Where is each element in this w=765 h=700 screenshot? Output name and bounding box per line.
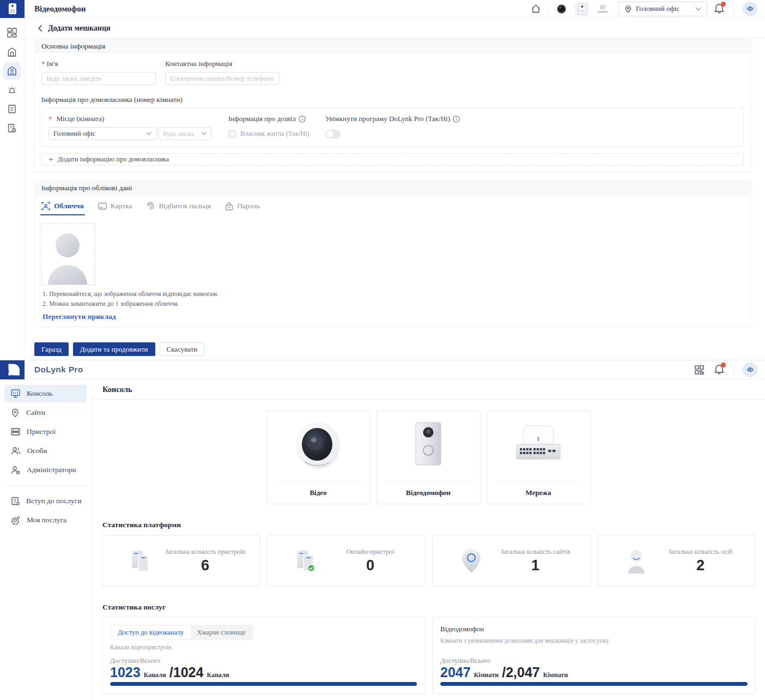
rail-records-icon[interactable] <box>3 100 21 118</box>
service-card-network[interactable]: Мережа <box>487 411 591 504</box>
owner-section-title: Інформація про домовласника (номер кімна… <box>35 92 750 107</box>
notification-dot <box>721 2 726 7</box>
console-page-title: Консоль <box>92 380 765 400</box>
add-continue-button[interactable]: Додати та продовжити <box>73 342 155 356</box>
service-stats-title: Статистика послуг <box>102 603 765 612</box>
site-selector[interactable]: Головний офіс <box>618 2 707 16</box>
sidebar-item-people[interactable]: Особи <box>4 442 87 460</box>
credentials-title: Інформація про облікові дані <box>35 182 750 195</box>
persons-icon <box>624 547 649 575</box>
place-select[interactable]: Головний офіс <box>48 127 156 140</box>
notifications-bell-icon[interactable] <box>714 3 725 15</box>
intercom-logo <box>0 0 25 18</box>
total-count: /2,047 <box>502 665 540 680</box>
doorbell-logo-icon <box>8 3 17 15</box>
room-select[interactable]: Будь ласка, ... <box>158 127 211 140</box>
avatar-placeholder <box>46 230 92 285</box>
basic-info-card: Основна інформація *Ім'я Контактна інфор… <box>34 39 751 173</box>
sidebar-item-devices[interactable]: Пристрої <box>4 423 87 440</box>
home-icon[interactable] <box>525 2 546 16</box>
owner-checkbox[interactable] <box>228 130 236 138</box>
platform-stats-title: Статистика платформи <box>102 521 765 529</box>
chevron-down-icon <box>201 132 207 135</box>
fingerprint-icon <box>146 202 155 210</box>
stat-value: 1 <box>531 557 539 574</box>
permission-label: Інформація про дозвіл <box>228 114 325 123</box>
video-stat-subtitle: Канали відеопристроїв <box>110 644 417 650</box>
cancel-button[interactable]: Скасувати <box>160 342 205 356</box>
back-icon[interactable] <box>38 25 42 32</box>
stat-label: Загальна кількість осіб <box>669 548 733 556</box>
sidebar-item-admins[interactable]: Адміністратори <box>4 461 87 479</box>
video-service-stat-card: Доступ до відеоканалу Хмарне сховище Кан… <box>102 617 426 694</box>
stat-label: Загальна кількість сайтів <box>500 548 570 556</box>
service-card-label: Мережа <box>497 481 580 504</box>
ratio-label: Доступно/Всього <box>440 657 490 665</box>
plus-icon: + <box>48 155 53 164</box>
tab-card[interactable]: Картка <box>98 202 132 215</box>
service-card-intercom[interactable]: Відеодомофон <box>377 411 481 504</box>
tab-face[interactable]: Обличчя <box>41 202 84 215</box>
app-toggle[interactable] <box>325 130 341 138</box>
rail-building-icon[interactable] <box>3 43 21 61</box>
dolynk-app: DoLynk Pro Ф Консоль Сайти <box>0 360 765 700</box>
chevron-down-icon <box>695 7 701 11</box>
add-owner-info-button[interactable]: + Додати інформацію про домовласника <box>41 153 744 166</box>
intercom-service-stat-card: Відеодомофон Кімнати з увімкненими дозво… <box>432 617 756 694</box>
sidebar-item-my-service[interactable]: Моя послуга <box>4 511 87 529</box>
rail-settings-icon[interactable] <box>3 119 21 137</box>
tab-password[interactable]: Пароль <box>225 202 260 215</box>
page-title: Додати мешканця <box>48 24 111 33</box>
rail-residents-icon[interactable] <box>3 62 21 80</box>
rail-alarm-icon[interactable] <box>3 81 21 99</box>
owner-checkbox-label: Власник житла (Так/Ні) <box>240 130 309 138</box>
sidebar-item-sites[interactable]: Сайти <box>4 404 87 421</box>
qr-code-icon[interactable] <box>689 363 709 377</box>
ok-button[interactable]: Гаразд <box>34 342 69 356</box>
stat-card-devices: Загальна кількість пристроїв 6 <box>102 535 260 587</box>
user-avatar[interactable]: Ф <box>743 2 757 16</box>
rail-dashboard-icon[interactable] <box>3 24 21 41</box>
stat-value: 6 <box>201 557 209 574</box>
notifications-bell-icon[interactable] <box>714 364 725 376</box>
online-devices-icon <box>294 547 319 575</box>
info-icon <box>453 116 460 123</box>
available-unit: Канали <box>144 671 166 679</box>
face-upload-box[interactable] <box>41 223 95 285</box>
total-unit: Кімнати <box>543 671 568 679</box>
service-card-label: Відеодомофон <box>387 481 470 504</box>
available-count: 2047 <box>440 665 471 680</box>
service-card-label: Відео <box>277 481 360 504</box>
intercom-stat-title: Відеодомофон <box>440 625 748 633</box>
tab-video-channel-access[interactable]: Доступ до відеоканалу <box>111 626 191 639</box>
admin-icon <box>11 466 20 474</box>
intercom-app: Відеодомофон Головний офіс <box>0 0 765 360</box>
app-title: Відеодомофон <box>34 4 86 14</box>
dolynk-logo <box>0 360 25 379</box>
video-app-icon[interactable] <box>551 2 572 16</box>
sidebar-item-service-intro[interactable]: Вступ до послуги <box>4 492 87 510</box>
stat-card-persons: Загальна кількість осіб 2 <box>597 535 756 587</box>
intercom-progress-bar <box>440 682 748 686</box>
tab-cloud-storage[interactable]: Хмарне сховище <box>191 626 252 639</box>
service-card-video[interactable]: Відео <box>266 411 371 504</box>
intercom-app-icon[interactable] <box>572 2 592 16</box>
place-label: *Місце (кімната) <box>48 114 228 123</box>
info-icon <box>299 116 306 123</box>
contact-label: Контактна інформація <box>165 59 280 68</box>
devices-icon <box>129 547 154 575</box>
network-app-icon[interactable] <box>592 2 613 16</box>
name-label: *Ім'я <box>41 59 156 68</box>
contact-input[interactable] <box>165 72 280 85</box>
sidebar-item-console[interactable]: Консоль <box>4 385 87 402</box>
basic-info-title: Основна інформація <box>35 40 750 53</box>
ratio-label: Доступно/Всього <box>110 657 160 665</box>
tab-fingerprint[interactable]: Відбиток пальця <box>146 202 211 215</box>
card-icon <box>98 202 107 210</box>
app-toggle-label: Увімкнути програму DoLynk Pro (Так/Ні) <box>325 114 460 123</box>
sites-pin-icon <box>459 547 484 575</box>
user-avatar[interactable]: Ф <box>743 363 757 377</box>
view-example-link[interactable]: Переглянути приклад <box>42 312 116 321</box>
name-input[interactable] <box>41 72 156 85</box>
console-icon <box>11 389 20 398</box>
